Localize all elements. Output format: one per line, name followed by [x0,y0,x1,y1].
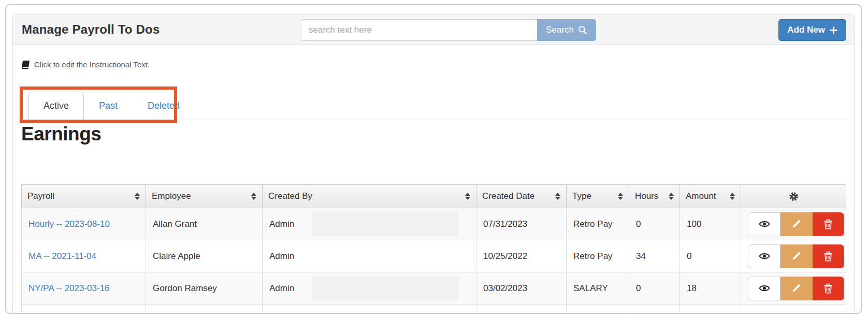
hours-cell [629,305,680,314]
actions-cell [741,240,846,272]
column-header-type[interactable]: Type [567,185,629,208]
table-row [22,305,846,314]
payroll-link[interactable]: NY/PA -- 2023-03-16 [28,283,110,293]
employee-cell: Allan Grant [146,208,263,240]
tab-past[interactable]: Past [84,92,133,120]
instructional-text: Click to edit the Instructional Text. [34,60,150,69]
edit-button[interactable] [780,277,812,300]
created-date-cell: 07/31/2023 [476,208,567,240]
gear-icon [789,192,799,201]
row-actions [748,244,844,268]
trash-button[interactable] [813,244,844,268]
table-body: Hourly -- 2023-08-10 Allan Grant Admin 0… [22,208,846,314]
hours-cell: 0 [629,272,680,305]
type-cell: SALARY [567,272,629,305]
payroll-panel: Manage Payroll To Dos Search Add New [12,15,855,314]
employee-cell [146,305,263,314]
plus-icon [830,26,837,34]
earnings-table: Payroll Employee Created By Created Date… [21,184,846,314]
employee-cell: Gordon Ramsey [146,272,263,305]
column-header-actions[interactable] [741,185,846,208]
column-header-created-by[interactable]: Created By [263,185,476,208]
actions-cell [741,272,846,305]
tab-bar: Active Past Deleted [21,92,846,120]
hours-cell: 0 [629,208,680,240]
type-cell [567,305,629,314]
search-button-label: Search [546,25,574,35]
employee-cell: Claire Apple [146,240,263,272]
add-new-button[interactable]: Add New [778,19,846,41]
column-header-amount[interactable]: Amount [680,185,741,208]
column-header-hours[interactable]: Hours [629,185,680,208]
table-row: MA -- 2021-11-04 Claire Apple Admin 10/2… [22,240,846,272]
created-date-cell: 03/02/2023 [476,272,567,305]
pencil-icon [791,283,801,293]
column-header-employee[interactable]: Employee [146,185,263,208]
created-by-cell [263,305,476,314]
created-date-cell [476,305,567,314]
sort-icon [251,193,256,200]
created-by-cell: Admin [263,272,476,305]
amount-cell: 0 [680,240,741,272]
sort-icon [465,193,470,200]
edit-button[interactable] [780,212,812,236]
payroll-cell: NY/PA -- 2023-03-16 [22,272,146,305]
payroll-link[interactable]: MA -- 2021-11-04 [28,251,96,261]
sort-icon [618,193,623,200]
amount-cell: 100 [680,208,741,240]
search-group: Search [301,19,596,41]
view-button[interactable] [748,244,780,268]
trash-icon [823,251,833,262]
type-cell: Retro Pay [567,240,629,272]
tabs-section: Active Past Deleted [21,92,846,120]
view-button[interactable] [748,212,780,236]
table-row: NY/PA -- 2023-03-16 Gordon Ramsey Admin … [22,272,846,305]
sort-icon [555,193,560,200]
table-row: Hourly -- 2023-08-10 Allan Grant Admin 0… [22,208,846,240]
payroll-link[interactable]: Hourly -- 2023-08-10 [28,219,110,229]
pencil-icon [791,251,801,261]
redaction-box [312,277,458,300]
app-window: Manage Payroll To Dos Search Add New [5,4,862,314]
search-button[interactable]: Search [537,19,596,41]
section-heading: Earnings [21,122,846,146]
panel-body: Click to edit the Instructional Text. Ac… [13,45,854,314]
created-by-cell: Admin [263,240,476,272]
payroll-cell [22,305,146,314]
actions-cell [741,305,846,314]
column-header-created-date[interactable]: Created Date [476,185,567,208]
trash-button[interactable] [813,277,844,300]
created-by-cell: Admin [263,208,476,240]
earnings-table-wrap: Payroll Employee Created By Created Date… [21,184,846,314]
add-new-label: Add New [787,25,825,35]
amount-cell [680,305,741,314]
tab-active[interactable]: Active [28,92,84,120]
row-actions [748,277,844,300]
type-cell: Retro Pay [567,208,629,240]
table-header: Payroll Employee Created By Created Date… [22,185,846,208]
created-date-cell: 10/25/2022 [476,240,567,272]
search-input[interactable] [301,19,537,41]
payroll-cell: MA -- 2021-11-04 [22,240,146,272]
redaction-box [312,212,458,236]
tab-deleted[interactable]: Deleted [133,92,195,120]
row-actions [748,212,844,236]
view-button[interactable] [748,277,780,300]
edit-button[interactable] [780,244,812,268]
hours-cell: 34 [629,240,680,272]
column-header-payroll[interactable]: Payroll [22,185,146,208]
sort-icon [669,193,674,200]
eye-icon [759,220,770,228]
page-title: Manage Payroll To Dos [22,22,160,37]
trash-icon [823,219,833,229]
panel-header: Manage Payroll To Dos Search Add New [13,15,854,45]
pencil-icon [791,219,801,229]
search-icon [578,25,587,35]
payroll-cell: Hourly -- 2023-08-10 [22,208,146,240]
trash-button[interactable] [813,212,844,236]
amount-cell: 18 [680,272,741,305]
eye-icon [759,284,770,292]
actions-cell [741,208,846,240]
instructional-text-link[interactable]: Click to edit the Instructional Text. [21,60,150,69]
eye-icon [759,252,770,260]
